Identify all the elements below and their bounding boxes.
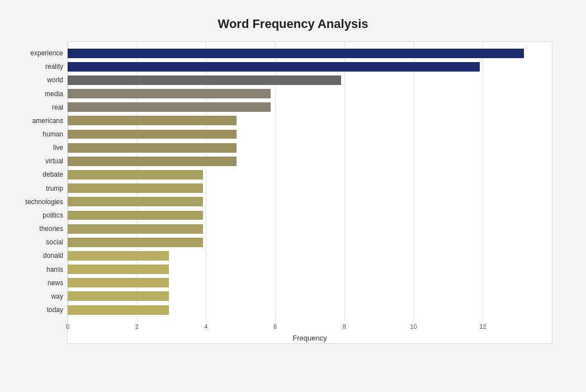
bar-row: politics: [68, 209, 541, 222]
bar-row: human: [68, 127, 541, 141]
bar-row: real: [68, 101, 541, 114]
bar-label: social: [2, 238, 63, 246]
bar: [68, 116, 237, 125]
bar-row: theories: [68, 222, 541, 235]
bar-row: debate: [68, 168, 541, 181]
x-axis: Frequency 024681012: [68, 321, 552, 343]
bar-row: way: [68, 290, 541, 303]
bar-row: social: [68, 235, 541, 249]
bar: [68, 62, 480, 72]
bar: [68, 291, 169, 301]
bar-label: politics: [2, 211, 63, 219]
bar-row: technologies: [68, 195, 541, 209]
bar-label: way: [2, 292, 63, 300]
bar: [68, 238, 203, 247]
bar-row: today: [68, 303, 541, 317]
bar-label: media: [2, 90, 63, 98]
bar: [68, 211, 203, 220]
bar-label: reality: [2, 63, 63, 70]
bar-label: debate: [2, 171, 63, 178]
x-axis-label: Frequency: [68, 334, 552, 342]
bar-label: human: [2, 130, 63, 138]
bar-label: harris: [2, 266, 63, 273]
chart-container: Word Frequency Analysis experiencerealit…: [0, 0, 586, 392]
bar: [68, 49, 524, 58]
bar: [68, 170, 203, 180]
bar-label: donald: [2, 252, 63, 259]
x-tick: 0: [66, 323, 69, 330]
bar: [68, 102, 271, 112]
bar-row: virtual: [68, 154, 541, 168]
bar: [68, 197, 203, 206]
bar-row: americans: [68, 114, 541, 127]
bar: [68, 278, 169, 287]
bar: [68, 251, 169, 261]
bar: [68, 157, 237, 166]
bar: [68, 89, 271, 98]
bar-label: news: [2, 279, 63, 287]
bar: [68, 143, 237, 153]
x-tick: 2: [135, 323, 139, 330]
bar-label: world: [2, 76, 63, 84]
bar-row: reality: [68, 60, 541, 73]
bar-label: virtual: [2, 157, 63, 165]
bar-row: experience: [68, 46, 541, 60]
bar-row: media: [68, 87, 541, 100]
bar-label: experience: [2, 49, 63, 57]
x-tick: 12: [479, 323, 486, 330]
chart-area: experiencerealityworldmediarealamericans…: [67, 41, 552, 344]
bar-label: real: [2, 103, 63, 111]
chart-title: Word Frequency Analysis: [34, 17, 552, 31]
bar: [68, 305, 169, 315]
x-tick: 8: [343, 323, 346, 330]
bar-row: world: [68, 73, 541, 87]
bar-row: live: [68, 141, 541, 154]
bar: [68, 224, 203, 234]
bar-label: americans: [2, 117, 63, 125]
bar-label: technologies: [2, 198, 63, 206]
bar-row: trump: [68, 182, 541, 195]
x-tick: 4: [204, 323, 207, 330]
bar-label: today: [2, 306, 63, 314]
bar-row: news: [68, 276, 541, 290]
bars-wrapper: experiencerealityworldmediarealamericans…: [68, 42, 552, 321]
bar-label: theories: [2, 225, 63, 233]
bar-label: trump: [2, 185, 63, 192]
bar-label: live: [2, 144, 63, 152]
bar: [68, 130, 237, 139]
x-tick: 10: [410, 323, 417, 330]
bar-row: harris: [68, 263, 541, 276]
bar: [68, 183, 203, 193]
bar-row: donald: [68, 249, 541, 262]
bar: [68, 265, 169, 274]
bar: [68, 75, 341, 85]
x-tick: 6: [273, 323, 277, 330]
